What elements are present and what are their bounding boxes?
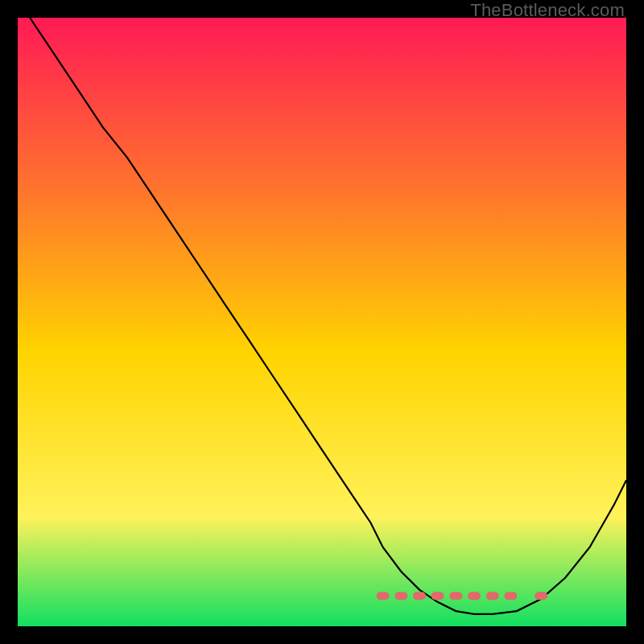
optimal-marker [535,592,547,600]
chart-frame [18,18,626,626]
optimal-marker [394,592,407,600]
optimal-marker [449,592,462,600]
chart-svg [18,18,626,626]
optimal-marker [431,592,444,600]
optimal-marker [486,592,499,600]
optimal-marker [377,592,390,600]
optimal-marker [504,592,517,600]
gradient-background [18,18,626,626]
optimal-marker [468,592,481,600]
optimal-marker [413,592,426,600]
